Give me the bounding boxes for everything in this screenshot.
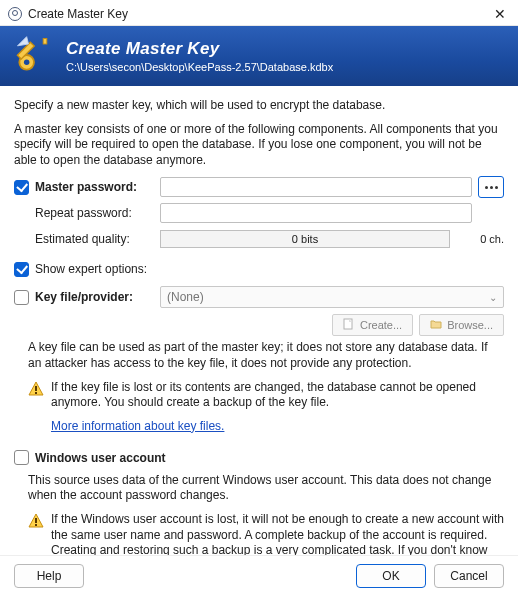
svg-rect-4 — [344, 319, 352, 329]
svg-point-1 — [24, 59, 29, 64]
keyfile-info-link[interactable]: More information about key files. — [51, 419, 224, 433]
intro-line1: Specify a new master key, which will be … — [14, 98, 504, 114]
svg-rect-5 — [35, 386, 37, 391]
ok-button[interactable]: OK — [356, 564, 426, 588]
chars-text: 0 ch. — [458, 233, 504, 245]
keyfile-warning: If the key file is lost or its contents … — [28, 380, 504, 411]
windows-account-checkbox[interactable] — [14, 450, 29, 465]
repeat-password-label: Repeat password: — [35, 206, 132, 220]
svg-rect-7 — [35, 518, 37, 523]
reveal-password-button[interactable] — [478, 176, 504, 198]
titlebar: Create Master Key ✕ — [0, 0, 518, 26]
close-icon[interactable]: ✕ — [490, 6, 510, 22]
svg-rect-8 — [35, 524, 37, 526]
svg-rect-6 — [35, 392, 37, 394]
quality-text: 0 bits — [292, 233, 318, 245]
expert-options-checkbox[interactable] — [14, 262, 29, 277]
content: Specify a new master key, which will be … — [0, 86, 518, 555]
cancel-button[interactable]: Cancel — [434, 564, 504, 588]
quality-bar: 0 bits — [160, 230, 450, 248]
keyfile-selected: (None) — [167, 290, 204, 304]
windows-account-label: Windows user account — [35, 451, 166, 465]
quality-label: Estimated quality: — [35, 232, 130, 246]
banner: Create Master Key C:\Users\secon\Desktop… — [0, 26, 518, 86]
keyfile-combo[interactable]: (None) ⌄ — [160, 286, 504, 308]
repeat-password-input[interactable] — [160, 203, 472, 223]
master-password-label: Master password: — [35, 180, 137, 194]
expert-options-label: Show expert options: — [35, 262, 147, 276]
warning-icon — [28, 513, 44, 529]
chevron-down-icon: ⌄ — [489, 292, 497, 303]
master-password-checkbox[interactable] — [14, 180, 29, 195]
keyfile-checkbox[interactable] — [14, 290, 29, 305]
new-file-icon — [343, 318, 355, 332]
warning-icon — [28, 381, 44, 397]
intro-line2: A master key consists of one or more of … — [14, 122, 504, 169]
help-button[interactable]: Help — [14, 564, 84, 588]
key-icon — [12, 33, 56, 80]
window-title: Create Master Key — [28, 7, 490, 21]
keyfile-desc: A key file can be used as part of the ma… — [28, 340, 504, 371]
keyfile-browse-button[interactable]: Browse... — [419, 314, 504, 336]
keyfile-label: Key file/provider: — [35, 290, 133, 304]
banner-title: Create Master Key — [66, 39, 333, 59]
svg-rect-3 — [43, 38, 47, 44]
master-password-section: Master password: Repeat password: Estima… — [14, 176, 504, 250]
master-password-input[interactable] — [160, 177, 472, 197]
windows-account-warning: If the Windows user account is lost, it … — [28, 512, 504, 555]
banner-path: C:\Users\secon\Desktop\KeePass-2.57\Data… — [66, 61, 333, 73]
windows-account-desc: This source uses data of the current Win… — [28, 473, 504, 504]
footer: Help OK Cancel — [0, 555, 518, 600]
folder-icon — [430, 318, 442, 332]
keyfile-create-button[interactable]: Create... — [332, 314, 413, 336]
lock-icon — [8, 7, 22, 21]
